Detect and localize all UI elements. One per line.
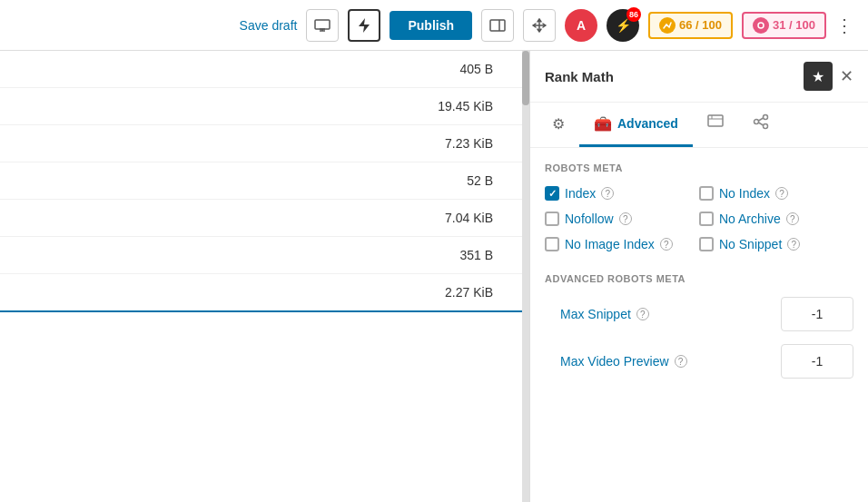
close-button[interactable]: ✕: [840, 66, 853, 86]
file-size: 7.04 KiB: [445, 211, 493, 225]
svg-rect-4: [490, 20, 505, 31]
social-icon: [707, 114, 724, 133]
no-archive-help-icon[interactable]: ?: [786, 212, 799, 225]
editor-panel: 405 B 19.45 KiB 7.23 KiB 52 B 7.04 KiB 3…: [0, 51, 529, 502]
schema-icon: [753, 113, 769, 133]
checkbox-no-snippet-label: No Snippet: [719, 237, 782, 251]
rank-math-panel: Rank Math ★ ✕ ⚙ 🧰 Advanced: [529, 51, 868, 502]
more-options-button[interactable]: ⋮: [835, 15, 853, 36]
max-snippet-label-group: Max Snippet ?: [560, 307, 774, 321]
robots-meta-label: ROBOTS META: [545, 162, 853, 173]
adv-row-max-video-preview: ✓ Max Video Preview ?: [545, 344, 853, 379]
file-size: 7.23 KiB: [445, 136, 493, 151]
desktop-view-button[interactable]: [306, 9, 339, 42]
lightning-button[interactable]: [348, 9, 380, 42]
file-size: 2.27 KiB: [445, 285, 493, 300]
max-video-preview-help-icon[interactable]: ?: [675, 355, 687, 368]
svg-line-13: [758, 118, 763, 121]
checkbox-no-snippet[interactable]: No Snippet ?: [699, 237, 853, 251]
score-icon: [659, 17, 676, 34]
save-draft-button[interactable]: Save draft: [240, 18, 298, 33]
move-button[interactable]: [523, 9, 556, 42]
file-row: 405 B: [0, 51, 529, 88]
tab-advanced[interactable]: 🧰 Advanced: [579, 103, 693, 147]
checkbox-nofollow[interactable]: Nofollow ?: [545, 212, 699, 226]
panel-header-actions: ★ ✕: [804, 62, 853, 91]
svg-rect-7: [708, 115, 723, 126]
checkbox-index[interactable]: ✓ Index ?: [545, 186, 699, 201]
check-icon: ✓: [548, 188, 557, 200]
svg-point-6: [758, 23, 764, 28]
toolbar: Save draft Publish A ⚡ 86: [0, 0, 868, 51]
checkbox-no-archive-label: No Archive: [719, 212, 781, 226]
file-size: 405 B: [459, 62, 493, 76]
max-video-preview-input[interactable]: [781, 344, 853, 379]
checkbox-nofollow-label: Nofollow: [565, 212, 614, 226]
checkbox-no-image-index-box[interactable]: [545, 237, 559, 251]
check-icon: ✓: [545, 310, 553, 320]
scrollbar-track[interactable]: [522, 51, 529, 502]
publish-button[interactable]: Publish: [390, 11, 472, 40]
panel-tabs: ⚙ 🧰 Advanced: [530, 103, 868, 148]
max-snippet-help-icon[interactable]: ?: [636, 308, 649, 320]
seo-score-badge[interactable]: 66 / 100: [648, 12, 733, 39]
max-video-preview-label: Max Video Preview: [560, 354, 669, 369]
panel-title: Rank Math: [545, 69, 614, 84]
tab-advanced-label: Advanced: [617, 116, 678, 131]
svg-point-10: [754, 120, 758, 124]
robots-meta-grid: ✓ Index ? No Index ? Nofollow ?: [545, 186, 853, 251]
readability-icon: [753, 17, 769, 34]
star-button[interactable]: ★: [804, 62, 833, 91]
notification-count: 86: [626, 7, 641, 22]
seo-score-value: 66 / 100: [679, 18, 722, 32]
checkbox-max-snippet-box[interactable]: ✓: [545, 306, 553, 322]
readability-score-badge[interactable]: 31 / 100: [742, 12, 826, 39]
no-snippet-help-icon[interactable]: ?: [787, 238, 800, 251]
rankmath-icon[interactable]: A: [565, 9, 597, 42]
main-area: 405 B 19.45 KiB 7.23 KiB 52 B 7.04 KiB 3…: [0, 51, 868, 502]
notification-badge[interactable]: ⚡ 86: [607, 9, 639, 42]
tab-social[interactable]: [693, 103, 738, 147]
checkbox-no-index[interactable]: No Index ?: [699, 186, 853, 201]
advanced-icon: 🧰: [594, 115, 612, 133]
readability-score-value: 31 / 100: [773, 18, 815, 32]
adv-robots-meta-label: ADVANCED ROBOTS META: [545, 273, 853, 284]
file-row: 7.04 KiB: [0, 200, 529, 237]
tab-settings[interactable]: ⚙: [538, 103, 579, 147]
file-size: 52 B: [467, 173, 493, 188]
panel-toggle-button[interactable]: [481, 9, 514, 42]
check-icon: ✓: [545, 357, 553, 368]
no-index-help-icon[interactable]: ?: [775, 187, 788, 200]
file-row: 351 B: [0, 237, 529, 274]
panel-header: Rank Math ★ ✕: [530, 51, 868, 103]
index-help-icon[interactable]: ?: [601, 187, 614, 200]
file-row: 52 B: [0, 162, 529, 200]
checkbox-no-archive-box[interactable]: [699, 212, 714, 226]
nofollow-help-icon[interactable]: ?: [619, 212, 632, 225]
tab-schema[interactable]: [738, 103, 784, 147]
file-row: 19.45 KiB: [0, 88, 529, 125]
adv-row-max-snippet: ✓ Max Snippet ?: [545, 297, 853, 331]
no-image-index-help-icon[interactable]: ?: [660, 238, 673, 251]
checkbox-no-index-box[interactable]: [699, 186, 714, 201]
checkbox-nofollow-box[interactable]: [545, 212, 559, 226]
checkbox-max-video-preview-box[interactable]: ✓: [545, 353, 553, 369]
checkbox-no-image-index-label: No Image Index: [565, 237, 655, 251]
settings-icon: ⚙: [552, 115, 565, 133]
file-row: 7.23 KiB: [0, 125, 529, 162]
checkbox-no-image-index[interactable]: No Image Index ?: [545, 237, 699, 251]
max-snippet-input[interactable]: [781, 297, 853, 331]
svg-point-11: [763, 115, 767, 120]
max-snippet-label: Max Snippet: [560, 307, 631, 321]
checkbox-no-snippet-box[interactable]: [699, 237, 714, 251]
svg-rect-0: [315, 20, 330, 29]
scrollbar-thumb[interactable]: [522, 51, 529, 105]
checkbox-index-label: Index: [565, 186, 596, 201]
checkbox-index-box[interactable]: ✓: [545, 186, 559, 201]
checkbox-no-archive[interactable]: No Archive ?: [699, 212, 853, 226]
file-row: 2.27 KiB: [0, 274, 529, 312]
max-video-preview-label-group: Max Video Preview ?: [560, 354, 774, 369]
file-size: 351 B: [459, 248, 493, 262]
file-list: 405 B 19.45 KiB 7.23 KiB 52 B 7.04 KiB 3…: [0, 51, 529, 502]
panel-content: ROBOTS META ✓ Index ? No Index ?: [530, 148, 868, 502]
